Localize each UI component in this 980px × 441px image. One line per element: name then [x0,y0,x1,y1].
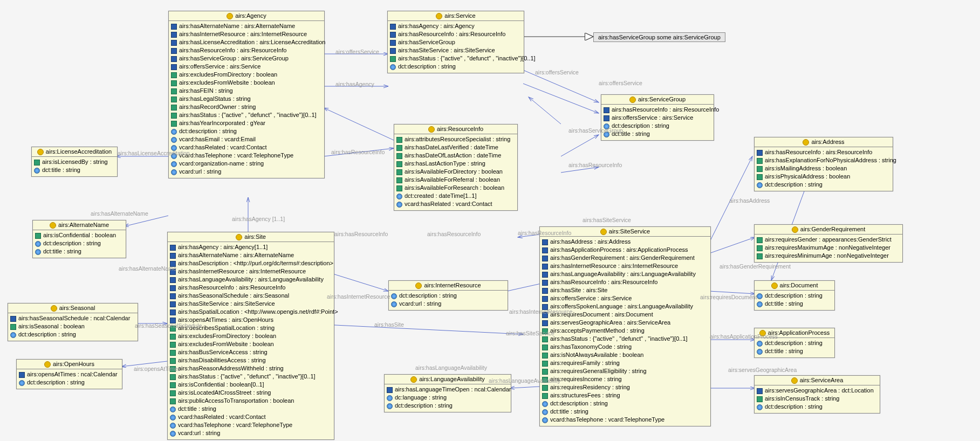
property-row[interactable]: airs:hasResourceInfo : airs:ResourceInfo [390,30,522,38]
property-row[interactable]: dct:title : string [757,347,832,355]
property-row[interactable]: vcard:url : string [171,168,322,176]
property-row[interactable]: airs:hasAlternateName : airs:AlternateNa… [171,22,322,30]
class-licenseaccreditation[interactable]: airs:LicenseAccreditation airs:isLicense… [31,147,118,177]
restriction-servicegroup[interactable]: airs:hasServiceGroup some airs:ServiceGr… [593,32,725,42]
property-row[interactable]: airs:hasLanguageAvailability : airs:Lang… [170,275,332,284]
property-row[interactable]: vcard:url : string [391,300,505,308]
class-servicegroup[interactable]: airs:ServiceGroup airs:hasResourceInfo :… [601,94,714,141]
property-row[interactable]: dct:description : string [171,127,322,135]
class-alternatename[interactable]: airs:AlternateName airs:isConfidential :… [32,220,126,258]
property-row[interactable]: airs:requiresMinimumAge : nonNegativeInt… [757,252,900,260]
property-row[interactable]: airs:hasExplanationForNoPhysicalAddress … [757,156,890,164]
property-row[interactable]: airs:hasBusServiceAccess : string [170,348,332,356]
property-row[interactable]: airs:hasLanguageAvailability : airs:Lang… [542,270,708,278]
property-row[interactable]: dct:description : string [757,403,878,411]
class-document[interactable]: airs:Document dct:description : stringdc… [754,280,835,311]
class-servicearea[interactable]: airs:ServiceArea airs:servesGeographicAr… [754,375,880,414]
property-row[interactable]: airs:requiresGender : appearances:Gender… [757,236,900,244]
property-row[interactable]: airs:hasDateOfLastAction : dateTime [396,151,515,160]
class-internetresource[interactable]: airs:InternetResource dct:description : … [388,280,508,311]
property-row[interactable]: airs:hasAlternateName : airs:AlternateNa… [170,251,332,259]
property-row[interactable]: dct:title : string [34,166,115,174]
property-row[interactable]: airs:hasAddress : airs:Address [542,238,708,246]
property-row[interactable]: dct:title : string [757,300,832,308]
property-row[interactable]: airs:hasServiceGroup [390,38,522,46]
property-row[interactable]: airs:isAvailableForDirectory : boolean [396,168,515,176]
property-row[interactable]: airs:requiresIncome : string [542,375,708,383]
property-row[interactable]: airs:hasSeasonalSchedule : ncal:Calendar [10,314,135,322]
property-row[interactable]: dct:description : string [10,330,135,339]
property-row[interactable]: airs:isSeasonal : boolean [10,322,135,330]
property-row[interactable]: airs:structuresFees : string [542,391,708,399]
property-row[interactable]: airs:hasServiceGroup : airs:ServiceGroup [171,54,322,63]
property-row[interactable]: dct:title : string [35,247,124,256]
property-row[interactable]: airs:hasGenderRequirement : airs:GenderR… [542,254,708,262]
property-row[interactable]: dct:title : string [604,130,711,138]
property-row[interactable]: dct:created : dateTime[1..1] [396,192,515,200]
property-row[interactable]: airs:hasReasonAddressWithheld : string [170,364,332,373]
property-row[interactable]: vcard:url : string [170,429,332,437]
property-row[interactable]: airs:excludesFromWebsite : boolean [171,79,322,87]
property-row[interactable]: airs:requiresMaximumAge : nonNegativeInt… [757,244,900,252]
property-row[interactable]: dct:description : string [757,181,890,189]
property-row[interactable]: airs:attributesResourceSpecialist : stri… [396,135,515,143]
property-row[interactable]: airs:hasInternetResource : airs:Internet… [170,267,332,275]
property-row[interactable]: airs:isNotAlwaysAvailable : boolean [542,351,708,359]
property-row[interactable]: dct:description : string [757,339,832,347]
property-row[interactable]: airs:isConfidential : boolean [35,231,124,239]
property-row[interactable]: airs:isLicensedBy : string [34,158,115,166]
property-row[interactable]: airs:isAvailableForResearch : boolean [396,184,515,192]
property-row[interactable]: airs:excludesFromDirectory : boolean [171,71,322,79]
property-row[interactable]: dct:description : string [757,292,832,300]
class-genderrequirement[interactable]: airs:GenderRequirement airs:requiresGend… [754,224,903,263]
property-row[interactable]: airs:hasLegalStatus : string [171,95,322,103]
property-row[interactable]: airs:offersService : airs:Service [604,114,711,122]
class-seasonal[interactable]: airs:Seasonal airs:hasSeasonalSchedule :… [8,303,138,341]
property-row[interactable]: airs:excludesFromWebsite : boolean [170,340,332,348]
property-row[interactable]: airs:opensAtTimes : airs:OpenHours [170,316,332,324]
property-row[interactable]: airs:servesGeographicArea : airs:Service… [542,319,708,327]
property-row[interactable]: airs:hasRecordOwner : string [171,103,322,111]
property-row[interactable]: airs:hasStatus : {"active" , "defunct" ,… [170,373,332,381]
property-row[interactable]: airs:hasResourceInfo : airs:ResourceInfo [604,106,711,114]
property-row[interactable]: airs:requiresDocument : airs:Document [542,311,708,319]
property-row[interactable]: airs:hasAgency : airs:Agency[1..1] [170,243,332,251]
property-row[interactable]: airs:isInCensusTrack : string [757,395,878,403]
property-row[interactable]: dct:title : string [542,408,708,416]
property-row[interactable]: airs:hasStatus : {"active" , "defunct" ,… [171,111,322,119]
property-row[interactable]: airs:describesSpatialLocation : string [170,324,332,332]
property-row[interactable]: airs:hasSiteService : airs:SiteService [390,46,522,54]
property-row[interactable]: airs:opensAtTimes : ncal:Calendar [19,370,120,378]
class-site[interactable]: airs:Site airs:hasAgency : airs:Agency[1… [167,232,334,440]
property-row[interactable]: vcard:hasEmail : vcard:Email [171,135,322,143]
property-row[interactable]: airs:hasStatus : {"active" , "defunct" ,… [542,335,708,343]
property-row[interactable]: airs:hasApplicationProcess : airs:Applic… [542,246,708,254]
property-row[interactable]: vcard:hasTelephone : vcard:TelephoneType [170,421,332,429]
property-row[interactable]: dct:description : string [542,399,708,408]
class-openhours[interactable]: airs:OpenHours airs:opensAtTimes : ncal:… [16,359,122,389]
property-row[interactable]: dct:title : string [170,405,332,413]
property-row[interactable]: airs:hasSiteService : airs:SiteService [170,300,332,308]
class-address[interactable]: airs:Address airs:hasResourceInfo : airs… [754,137,893,191]
property-row[interactable]: airs:hasLanguageTimeOpen : ncal:Calendar [387,385,509,394]
property-row[interactable]: airs:acceptsPaymentMethod : string [542,327,708,335]
property-row[interactable]: vcard:hasRelated : vcard:Contact [171,143,322,151]
property-row[interactable]: airs:offersSpokenLanguage : airs:Languag… [542,302,708,311]
class-resourceinfo[interactable]: airs:ResourceInfo airs:attributesResourc… [394,124,518,211]
property-row[interactable]: airs:offersService : airs:Service [171,63,322,71]
property-row[interactable]: dct:description : string [390,63,522,71]
property-row[interactable]: airs:hasResourceInfo : airs:ResourceInfo [170,284,332,292]
property-row[interactable]: vcard:hasRelated : vcard:Contact [396,200,515,208]
property-row[interactable]: vcard:hasTelephone : vcard:TelephoneType [171,151,322,160]
property-row[interactable]: vcard:hasRelated : vcard:Contact [170,413,332,421]
property-row[interactable]: airs:publicAccessToTransportation : bool… [170,397,332,405]
property-row[interactable]: airs:hasSpatialLocation : <http://www.op… [170,308,332,316]
property-row[interactable]: airs:isPhysicalAddress : boolean [757,173,890,181]
property-row[interactable]: airs:hasResourceInfo : airs:ResourceInfo [757,148,890,156]
property-row[interactable]: airs:hasDateLastVerified : dateTime [396,143,515,151]
class-siteservice[interactable]: airs:SiteService airs:hasAddress : airs:… [539,226,711,426]
property-row[interactable]: airs:hasSeasonalSchedule : airs:Seasonal [170,292,332,300]
property-row[interactable]: airs:isConfidential : boolean[0..1] [170,381,332,389]
property-row[interactable]: airs:hasStatus : {"active" , "defunct" ,… [390,54,522,63]
property-row[interactable]: dct:description : string [387,402,509,410]
